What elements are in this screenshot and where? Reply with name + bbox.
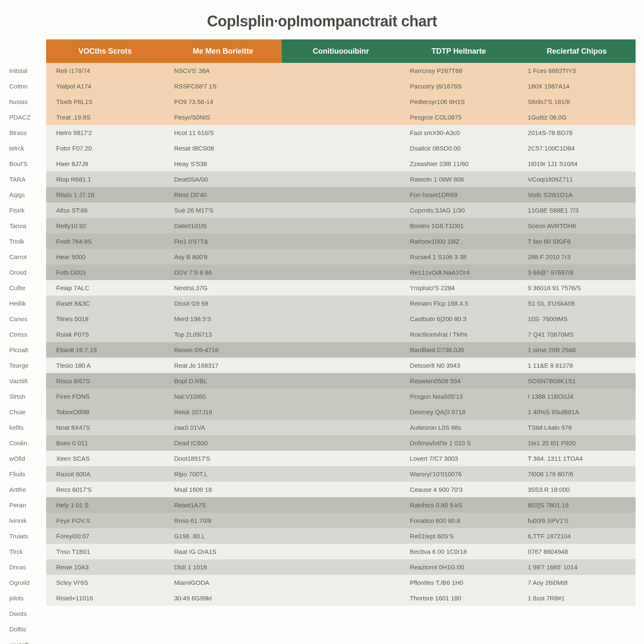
table-cell: Dissit G9 68 [164,296,282,311]
table-row: Xeen SCASDoot18917'SLovert 7/C7 3003T 36… [46,451,636,466]
table-cell: Rainhics 0.80 9·kS [400,497,518,513]
table-cell: 3 68@° 87687/8 [518,265,636,280]
row-label: Tanoa [8,218,46,234]
table-cell: Re111vOdt.NaA1Or4 [400,265,518,280]
table-cell: Rscse4 1 S106 3 38 [400,249,518,265]
table-cell: Risco 8/67S [46,373,164,389]
table-row: Haer 8J7J9Heay S'S38Zzeashier 23l8 11/60… [46,156,636,171]
table-header-row: VOCths Scrots Me Men Borieitte Conitiuoo… [46,39,636,63]
table-cell: Fotcr F07.20 [46,140,164,156]
table-cell [282,466,400,482]
table-cell [282,590,400,606]
table-cell: Reisk 207J18 [164,404,282,420]
table-cell: zaaS 01VA [164,420,282,435]
table-cell: Pcsgon Nea505'13 [400,389,518,404]
table-cell: 35S3.R 18:000 [518,482,636,497]
table-cell: Autiesron L0S 68s [400,420,518,435]
table-cell [282,513,400,528]
table-cell: Pflontles T./B6 1H0 [400,575,518,590]
table-cell: Dofimovlotl'te 1 010 S [400,435,518,451]
row-label: Blrass [8,125,46,140]
table-row: Foolt 764·8SFto1 0'97T&Rarloov1000 1l8ZT… [46,234,636,249]
table-cell: Hcot 11 616/S [164,125,282,140]
table-row: Noat 8X47SzaaS 01VAAutiesron L0S 68sTSti… [46,420,636,435]
row-label: Cottnn [8,78,46,94]
table-cell: Pesyr/S0NtS [164,109,282,125]
row-label: Dnras [8,559,46,575]
table-cell: Rlpo 700T.L [164,466,282,482]
table-cell: Rewe 10A3 [46,559,164,575]
table-cell: 1 98'7 1685' 1014 [518,559,636,575]
row-label: Tlrck [8,544,46,559]
table-cell: Becltva 6 00 1C0r18 [400,544,518,559]
table-row: Treat .19.8SPesyr/S0NtSPesgrce COL08751G… [46,109,636,125]
table-cell: Altss ST:86 [46,203,164,218]
table-cell: Dsaitcir 08SD0.00 [400,140,518,156]
table-row: Ristel+1101630:49 6G99ktThortsre 1601 18… [46,590,636,606]
table-cell: Thortsre 1601 180 [400,590,518,606]
table-row: Foreyi00:07G196 .80.LRe01tept 60S'S6,TTF… [46,528,636,544]
table-cell: Scley VI'6S [46,575,164,590]
table-row: Hetro 9817'2Hcot 11 616/SFast smX90-A3c0… [46,125,636,140]
table-cell: Deat0SA/00 [164,171,282,187]
table-row: Riop R681.1Deat0SA/00Rateotn 1 06W 806VC… [46,171,636,187]
table-cell: Sué 26 M17'S [164,203,282,218]
table-cell: Tloeb P6L1S [46,94,164,109]
table-row: ToboxOtll98Reisk 207J18Desrney QA(0 9718… [46,404,636,420]
table-cell: Date01d1t5 [164,218,282,234]
table-cell: Foreyi00:07 [46,528,164,544]
table-cell: Fto1 0'97T& [164,234,282,249]
table-row: Raset 8&3CDissit G9 68Reinarn Flcp 168.4… [46,296,636,311]
row-label: Plcoalt [8,342,46,358]
table-row: Fotcr F07.20Resat IBCS08Dsaitcir 08SD0.0… [46,140,636,156]
table-cell: 10S· 7600tMS [518,311,636,327]
table-cell [282,265,400,280]
table-row: Tilnes 5018Merd 198.5'SCastbutn 6|200 80… [46,311,636,327]
table-cell: Rtest D0'40 [164,187,282,203]
table-row: Reti I178/74NSCVS'.38ARarrcnsy P267T681 … [46,63,636,78]
table-cell: Yroplsici'S 2284 [400,280,518,296]
table-cell: Reswten0508 594 [400,373,518,389]
table-cell: Fast smX90-A3c0 [400,125,518,140]
table-cell: VCoqi1lt09Z711 [518,171,636,187]
table-cell: Zzeashier 23l8 11/60 [400,156,518,171]
row-label: Truiats [8,528,46,544]
table-cell: 7t008 176 807/6 [518,466,636,482]
row-label: kellts [8,420,46,435]
table-cell: NextrsL37G [164,280,282,296]
table-cell: Reinarn Flcp 168.4.5 [400,296,518,311]
row-label: Dwots [8,606,46,621]
table-cell: Feiap 7ALC [46,280,164,296]
table-cell [282,296,400,311]
table-cell: 6,TTF 1872104 [518,528,636,544]
column-header: Conitiuoouibinr [282,39,400,63]
table-cell: Yialpot A174 [46,78,164,94]
table-cell: Reti I178/74 [46,63,164,78]
row-label: onatoft [8,637,46,644]
chart-title: Coplsplin·opImompanctrait chart [8,13,636,30]
table-cell: Tlesio 180 A [46,358,164,373]
table-cell: Pesgrce COL0875 [400,109,518,125]
table-cell: Reoon ©9-4716 [164,342,282,358]
column-header: Reciertaf Chipos [518,39,636,63]
table-row: Rewe 10A3Dlsli 1 1018Reaztornt 0H1G:001 … [46,559,636,575]
table-cell [282,420,400,435]
table-cell: 1Guttiz 08.0G [518,109,636,125]
table-cell: 7 Aoy 26i0Mt8 [518,575,636,590]
row-label: Helilik [8,296,46,311]
table-cell: Detsserlt N0 3943 [400,358,518,373]
table-cell: Ebanlt 16:7.19 [46,342,164,358]
table-row: Ebanlt 16:7.19Reoon ©9-4716Bardlbed ©736… [46,342,636,358]
table-cell: Hetro 9817'2 [46,125,164,140]
table-cell: Desrney QA(0 9718 [400,404,518,420]
table-cell: Rarrcnsy P267T68 [400,63,518,78]
table-cell [282,78,400,94]
table-row: Tloeb P6L1SPO9 73.58-14Pedtersyr106 6H1S… [46,94,636,109]
row-label: Fliuils [8,466,46,482]
column-header: VOCths Scrots [46,39,164,63]
table-row: Tlesio 180 AReat Jo 168317Detsserlt N0 3… [46,358,636,373]
table-cell [282,482,400,497]
table-row: Yialpot A174RSSFC68'7 1SPacustry (6/1676… [46,78,636,94]
table-cell: ToboxOtll98 [46,404,164,420]
table-cell [282,342,400,358]
